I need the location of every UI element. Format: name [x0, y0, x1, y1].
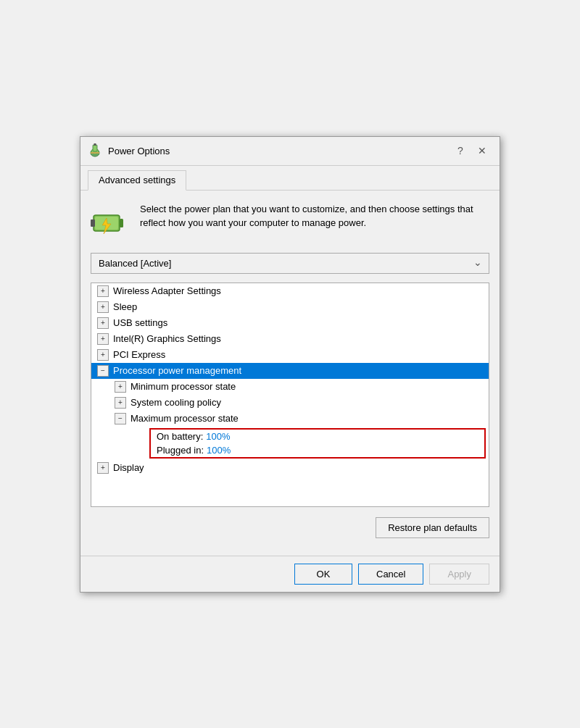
- description-text: Select the power plan that you want to c…: [140, 202, 489, 230]
- battery-value: 100%: [206, 431, 230, 442]
- tab-strip: Advanced settings: [80, 166, 500, 191]
- expand-icon-sleep[interactable]: +: [97, 301, 109, 313]
- tree-item-max-proc[interactable]: − Maximum processor state: [91, 411, 489, 427]
- tree-item-usb[interactable]: + USB settings: [91, 315, 489, 331]
- highlighted-values-box: On battery: 100% Plugged in: 100%: [149, 428, 486, 459]
- expand-icon-wireless[interactable]: +: [97, 285, 109, 297]
- cancel-button[interactable]: Cancel: [358, 564, 423, 585]
- expand-icon-pci[interactable]: +: [97, 349, 109, 361]
- expand-icon-usb[interactable]: +: [97, 317, 109, 329]
- tree-label-processor: Processor power management: [113, 365, 241, 376]
- plan-dropdown[interactable]: Balanced [Active] Power saver High perfo…: [91, 253, 489, 274]
- plugged-row: Plugged in: 100%: [151, 443, 484, 457]
- tree-item-cooling[interactable]: + System cooling policy: [91, 395, 489, 411]
- tree-item-min-proc[interactable]: + Minimum processor state: [91, 379, 489, 395]
- expand-icon-intel[interactable]: +: [97, 333, 109, 345]
- tree-label-display: Display: [113, 462, 144, 473]
- restore-plan-defaults-button[interactable]: Restore plan defaults: [376, 517, 489, 538]
- tree-label-pci: PCI Express: [113, 349, 165, 360]
- expand-icon-max-proc[interactable]: −: [115, 413, 126, 424]
- plugged-label: Plugged in:: [157, 445, 204, 456]
- svg-rect-10: [91, 219, 95, 227]
- svg-rect-3: [94, 143, 96, 146]
- tree-label-min-proc: Minimum processor state: [130, 381, 236, 392]
- dialog-footer: OK Cancel Apply: [80, 556, 500, 592]
- ok-button[interactable]: OK: [294, 564, 352, 585]
- tree-item-intel[interactable]: + Intel(R) Graphics Settings: [91, 331, 489, 347]
- tree-label-sleep: Sleep: [113, 301, 137, 312]
- apply-button[interactable]: Apply: [429, 564, 489, 585]
- plugged-value: 100%: [207, 445, 231, 456]
- window-title: Power Options: [108, 146, 450, 156]
- plan-select-row: Balanced [Active] Power saver High perfo…: [91, 253, 489, 274]
- description-row: Select the power plan that you want to c…: [91, 202, 489, 241]
- dialog-window: Power Options ? ✕ Advanced settings: [80, 136, 500, 593]
- help-button[interactable]: ?: [450, 141, 471, 161]
- tab-advanced-settings[interactable]: Advanced settings: [88, 170, 186, 191]
- tree-item-wireless[interactable]: + Wireless Adapter Settings: [91, 283, 489, 299]
- tree-item-pci[interactable]: + PCI Express: [91, 347, 489, 363]
- tree-label-usb: USB settings: [113, 317, 167, 328]
- svg-rect-2: [93, 145, 97, 151]
- expand-icon-processor[interactable]: −: [97, 365, 109, 377]
- tree-label-max-proc: Maximum processor state: [130, 413, 239, 424]
- title-bar: Power Options ? ✕: [80, 137, 500, 166]
- expand-icon-cooling[interactable]: +: [115, 397, 126, 409]
- battery-row: On battery: 100%: [151, 430, 484, 443]
- tree-label-wireless: Wireless Adapter Settings: [113, 285, 221, 296]
- tree-item-sleep[interactable]: + Sleep: [91, 299, 489, 315]
- restore-btn-row: Restore plan defaults: [91, 517, 489, 538]
- settings-tree[interactable]: + Wireless Adapter Settings + Sleep + US…: [91, 283, 489, 507]
- dialog-body: Advanced settings: [80, 166, 500, 592]
- power-options-icon: [88, 143, 102, 158]
- content-area: Select the power plan that you want to c…: [80, 191, 500, 556]
- tree-item-processor[interactable]: − Processor power management: [91, 363, 489, 379]
- expand-icon-display[interactable]: +: [97, 462, 109, 474]
- tree-item-display[interactable]: + Display: [91, 460, 489, 476]
- expand-icon-min-proc[interactable]: +: [115, 381, 126, 393]
- tree-label-intel: Intel(R) Graphics Settings: [113, 333, 221, 344]
- power-icon-large: [91, 202, 130, 241]
- title-bar-controls: ? ✕: [450, 141, 492, 161]
- battery-label: On battery:: [157, 431, 203, 442]
- close-button[interactable]: ✕: [472, 141, 492, 161]
- svg-rect-6: [120, 219, 123, 227]
- tree-label-cooling: System cooling policy: [130, 397, 221, 408]
